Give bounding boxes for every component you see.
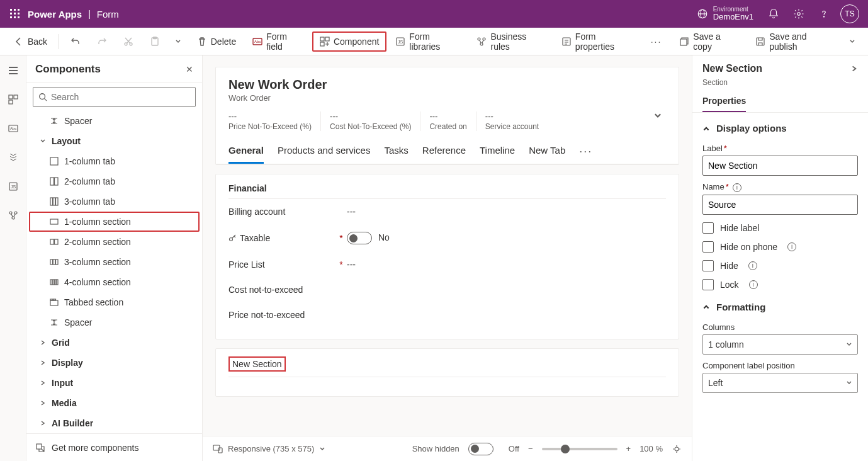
group-ai-builder[interactable]: AI Builder — [29, 413, 200, 433]
summary-expand[interactable] — [653, 111, 666, 120]
summary-cell[interactable]: ---Created on — [420, 111, 475, 131]
name-input[interactable] — [702, 195, 858, 215]
properties-body[interactable]: Display options Label* Name*i Hide label… — [692, 113, 868, 461]
business-rules-button[interactable]: Business rules — [469, 26, 552, 57]
label-input[interactable] — [702, 156, 858, 176]
component-item-2-column-tab[interactable]: 2-column tab — [29, 171, 200, 191]
components-list[interactable]: Spacer Layout 1-column tab2-column tab3-… — [26, 111, 202, 433]
info-icon[interactable]: i — [787, 242, 796, 251]
component-item-3-column-section[interactable]: 3-column section — [29, 252, 200, 272]
zoom-out-button[interactable]: − — [528, 444, 533, 453]
undo-button[interactable] — [63, 31, 88, 52]
redo-button[interactable] — [89, 31, 115, 52]
zoom-in-button[interactable]: + — [626, 444, 631, 453]
clp-select[interactable]: Left — [702, 373, 858, 393]
info-icon[interactable]: i — [748, 261, 757, 270]
summary-cell[interactable]: ---Cost Not-To-Exceed (%) — [320, 111, 420, 131]
component-item-label: 1-column section — [64, 217, 131, 227]
layout-group[interactable]: Layout — [29, 131, 200, 151]
summary-cell[interactable]: ---Price Not-To-Exceed (%) — [228, 111, 320, 131]
form-properties-button[interactable]: Form properties — [554, 26, 642, 57]
component-item-tabbed-section[interactable]: Tabbed section — [29, 292, 200, 312]
user-avatar[interactable]: TS — [840, 4, 859, 23]
toggle[interactable] — [347, 232, 372, 244]
rail-libraries[interactable]: JS — [3, 176, 23, 196]
group-grid[interactable]: Grid — [29, 333, 200, 353]
group-display[interactable]: Display — [29, 353, 200, 373]
component-item-2-column-section[interactable]: 2-column section — [29, 232, 200, 252]
paste-button[interactable] — [142, 31, 167, 52]
save-publish-button[interactable]: Save and publish — [748, 26, 841, 57]
brand-name[interactable]: Power Apps — [28, 9, 82, 20]
field-billing-account[interactable]: Billing account--- — [228, 199, 666, 224]
notifications-button[interactable] — [761, 0, 786, 28]
panel-close-button[interactable]: ✕ — [186, 64, 193, 74]
zoom-slider[interactable] — [542, 448, 617, 450]
tab-general[interactable]: General — [228, 140, 264, 164]
columns-select[interactable]: 1 column — [702, 334, 858, 355]
checkbox[interactable] — [702, 279, 714, 290]
form-libraries-button[interactable]: JS Form libraries — [388, 26, 468, 57]
rail-rules[interactable] — [3, 205, 23, 225]
group-media[interactable]: Media — [29, 393, 200, 413]
fit-screen-button[interactable] — [672, 444, 682, 454]
tab-overflow[interactable]: ··· — [579, 140, 592, 164]
checkbox-lock[interactable]: Locki — [702, 279, 858, 290]
environment-picker[interactable]: Environment DemoEnv1 — [697, 6, 753, 21]
save-copy-button[interactable]: Save a copy — [672, 26, 747, 57]
tab-new-tab[interactable]: New Tab — [529, 140, 565, 164]
tab-tasks[interactable]: Tasks — [384, 140, 408, 164]
checkbox[interactable] — [702, 260, 714, 271]
rail-hamburger[interactable] — [3, 60, 23, 81]
summary-cell[interactable]: ---Service account — [476, 111, 548, 131]
tab-products-and-services[interactable]: Products and services — [278, 140, 371, 164]
paste-chevron[interactable] — [169, 35, 188, 48]
component-item-spacer[interactable]: Spacer — [29, 312, 200, 333]
formatting-group[interactable]: Formatting — [702, 298, 858, 316]
rail-tree[interactable] — [3, 147, 23, 168]
rail-components[interactable] — [3, 89, 23, 110]
component-button[interactable]: Component — [312, 31, 386, 52]
component-item-1-column-section[interactable]: 1-column section — [29, 212, 200, 232]
form-canvas-scroll[interactable]: New Work Order Work Order ---Price Not-T… — [203, 55, 692, 436]
properties-tab[interactable]: Properties — [702, 92, 746, 112]
form-header-card[interactable]: New Work Order Work Order ---Price Not-T… — [215, 67, 679, 165]
component-item-3-column-tab[interactable]: 3-column tab — [29, 191, 200, 212]
show-hidden-toggle[interactable] — [468, 443, 493, 455]
cut-button[interactable] — [116, 31, 141, 52]
responsive-picker[interactable]: Responsive (735 x 575) — [213, 444, 325, 453]
settings-button[interactable] — [786, 0, 811, 28]
app-launcher-icon[interactable] — [5, 4, 25, 24]
back-button[interactable]: Back — [6, 31, 55, 52]
info-icon[interactable]: i — [733, 183, 741, 192]
section-financial[interactable]: Financial Billing account---Taxable*NoPr… — [215, 174, 679, 339]
new-section-card[interactable]: New Section — [215, 348, 679, 397]
components-search[interactable] — [33, 87, 196, 107]
checkbox-hide-on-phone[interactable]: Hide on phonei — [702, 241, 858, 253]
field-taxable[interactable]: Taxable*No — [228, 224, 666, 252]
rail-fields[interactable]: Abc — [3, 118, 23, 139]
more-commands-button[interactable]: ··· — [643, 31, 670, 52]
delete-button[interactable]: Delete — [189, 31, 244, 52]
field-cost-not-to-exceed[interactable]: Cost not-to-exceed — [228, 277, 666, 302]
component-item-spacer-top[interactable]: Spacer — [29, 111, 200, 131]
field-price-list[interactable]: Price List*--- — [228, 252, 666, 277]
properties-expand-button[interactable] — [850, 65, 858, 72]
checkbox[interactable] — [702, 241, 714, 253]
checkbox[interactable] — [702, 222, 714, 234]
tab-timeline[interactable]: Timeline — [480, 140, 515, 164]
component-item-1-column-tab[interactable]: 1-column tab — [29, 151, 200, 171]
form-field-button[interactable]: Abc Form field — [245, 26, 311, 57]
checkbox-hide-label[interactable]: Hide label — [702, 222, 858, 234]
tab-reference[interactable]: Reference — [422, 140, 466, 164]
group-input[interactable]: Input — [29, 373, 200, 393]
info-icon[interactable]: i — [749, 280, 758, 289]
get-more-components[interactable]: Get more components — [26, 433, 202, 461]
field-price-not-to-exceed[interactable]: Price not-to-exceed — [228, 302, 666, 327]
save-chevron[interactable] — [842, 35, 862, 48]
help-button[interactable] — [811, 0, 837, 28]
component-item-4-column-section[interactable]: 4-column section — [29, 272, 200, 292]
checkbox-hide[interactable]: Hidei — [702, 260, 858, 271]
display-options-group[interactable]: Display options — [702, 119, 858, 137]
components-search-input[interactable] — [51, 92, 190, 102]
